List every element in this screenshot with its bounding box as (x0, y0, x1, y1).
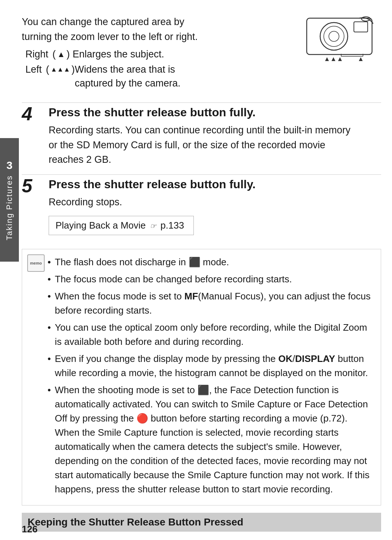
zoom-lever-diagram: ▲▲▲ ▲ (305, 15, 381, 65)
page-number: 126 (22, 524, 37, 535)
step4-section: 4 Press the shutter release button fully… (22, 106, 381, 167)
zoom-image: ▲▲▲ ▲ (301, 15, 381, 65)
step5-title: Press the shutter release button fully. (49, 178, 381, 191)
zoom-left-label: Left (▲▲▲) (25, 63, 75, 77)
step4-desc: Recording starts. You can continue recor… (49, 123, 381, 167)
ref-arrow-icon: ☞ (150, 222, 156, 230)
page-container: 3 Taking Pictures You can change the cap… (0, 0, 392, 540)
step4-title: Press the shutter release button fully. (49, 106, 381, 119)
keeping-text: If you keep the shutter release button p… (22, 537, 381, 540)
zoom-table: Right (▲) Enlarges the subject. Left (▲▲… (25, 48, 290, 90)
step5-desc: Recording stops. (49, 195, 381, 210)
memo-icon-label: memo (30, 261, 42, 265)
svg-text:▲▲▲: ▲▲▲ (324, 55, 343, 63)
ref-page: p.133 (160, 220, 184, 231)
zoom-left-row: Left (▲▲▲) Widens the area that is captu… (25, 63, 290, 90)
zoom-right-row: Right (▲) Enlarges the subject. (25, 48, 290, 61)
wide-icon: ▲▲▲ (51, 65, 70, 74)
zoom-section: You can change the captured area by turn… (22, 7, 381, 92)
zoom-intro: You can change the captured area by turn… (22, 15, 290, 44)
memo-icon: memo (27, 254, 45, 272)
step5-content: Press the shutter release button fully. … (49, 178, 381, 242)
svg-point-3 (329, 31, 339, 41)
side-tab: 3 Taking Pictures (0, 138, 19, 262)
side-tab-number: 3 (7, 159, 13, 172)
memo-section: memo The flash does not discharge in ⬛ m… (22, 249, 381, 505)
memo-bullet-1: The focus mode can be changed before rec… (48, 272, 373, 286)
side-tab-label: Taking Pictures (5, 175, 14, 240)
main-content: You can change the captured area by turn… (22, 7, 381, 522)
divider-2 (22, 174, 381, 175)
memo-bullet-4: Even if you change the display mode by p… (48, 352, 373, 380)
ref-box: Playing Back a Movie ☞ p.133 (49, 216, 194, 235)
tele-icon: ▲ (57, 49, 65, 60)
divider-1 (22, 102, 381, 103)
zoom-left-desc: Widens the area that is captured by the … (75, 63, 290, 90)
keeping-section: Keeping the Shutter Release Button Press… (22, 513, 381, 540)
memo-bullet-0: The flash does not discharge in ⬛ mode. (48, 255, 373, 269)
memo-list: The flash does not discharge in ⬛ mode. … (48, 255, 373, 496)
memo-bullet-3: You can use the optical zoom only before… (48, 321, 373, 349)
zoom-right-desc: Enlarges the subject. (73, 48, 290, 61)
ref-text: Playing Back a Movie (56, 220, 146, 231)
step5-number: 5 (22, 176, 44, 195)
svg-point-1 (320, 23, 348, 50)
keeping-header: Keeping the Shutter Release Button Press… (22, 513, 381, 532)
step4-number: 4 (22, 104, 44, 123)
svg-rect-4 (354, 22, 368, 32)
memo-bullet-5: When the shooting mode is set to ⬛, the … (48, 383, 373, 496)
svg-point-2 (324, 26, 344, 47)
memo-bullet-2: When the focus mode is set to MF(Manual … (48, 289, 373, 318)
step4-content: Press the shutter release button fully. … (49, 106, 381, 167)
step5-section: 5 Press the shutter release button fully… (22, 178, 381, 242)
zoom-right-label: Right (▲) (25, 48, 73, 61)
zoom-text: You can change the captured area by turn… (22, 15, 301, 92)
